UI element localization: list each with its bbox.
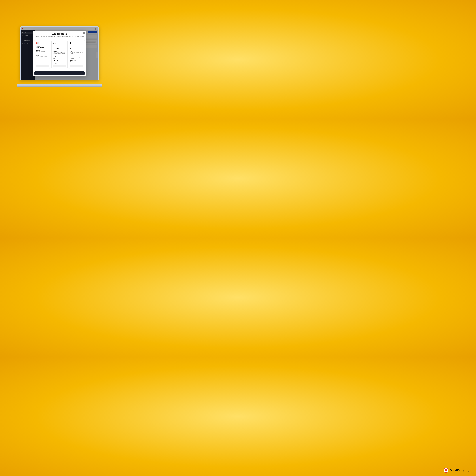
phase-1-timing-text: 6-12+ months before your election.	[36, 56, 49, 57]
phase-3-audience-heading: Audience Size	[70, 60, 83, 61]
phase-1-objective-heading: Objective	[36, 50, 49, 51]
laptop-screen-inner: empowering independents to run and serve…	[21, 27, 98, 80]
phase-2-timing-heading: Timing	[53, 55, 66, 56]
laptop-feet	[17, 85, 102, 87]
phase-3-timing-heading: Timing	[70, 55, 83, 56]
phase-2-title: Contact	[53, 48, 66, 50]
phase-2-objective-text: Target voters who are likely to be swaye…	[53, 52, 66, 54]
modal-subtitle: GoodParty.org breaks down political camp…	[35, 36, 84, 39]
phase-2-timing-text: < 6 months - 6 weeks before your electio…	[53, 57, 66, 59]
phase-3-title: Vote	[70, 48, 83, 49]
phase-3-label: PHASE 3	[70, 47, 83, 48]
phase-3-learn-more-button[interactable]: Learn More	[70, 65, 83, 67]
modal-title: About Phases	[35, 33, 84, 35]
phase-1-icon: 📢	[36, 42, 49, 45]
phase-3-timing-text: The last 4-6 weeks leading up to your el…	[70, 56, 83, 59]
phase-3-objective-text: Increase voter turnout among your suppor…	[70, 52, 83, 54]
laptop-screen-outer: empowering independents to run and serve…	[20, 26, 99, 80]
modal-body: 📢 PHASE 1 Awareness Objective Identify v…	[33, 39, 86, 70]
modal-close-x-button[interactable]: ×	[83, 32, 85, 34]
phase-3-icon	[70, 42, 83, 45]
svg-point-0	[54, 42, 55, 43]
phases-grid: 📢 PHASE 1 Awareness Objective Identify v…	[34, 40, 85, 69]
about-phases-modal: About Phases × GoodParty.org breaks down…	[33, 31, 86, 76]
modal-header: About Phases × GoodParty.org breaks down…	[33, 31, 86, 39]
phase-1-card: 📢 PHASE 1 Awareness Objective Identify v…	[34, 40, 50, 69]
phase-1-objective-text: Identify voter preferences, concerns, an…	[36, 51, 49, 53]
phase-2-audience-text: Mid-sized, segmented slightly but not ve…	[53, 61, 66, 64]
phase-1-learn-more-button[interactable]: Learn More	[36, 65, 49, 67]
phase-1-title: Awareness	[36, 47, 49, 49]
phase-2-icon	[53, 42, 66, 45]
phase-1-audience-text: Broad, slightly segmented (if at all).	[36, 60, 49, 61]
phase-2-card: PHASE 2 Contact Objective Target voters …	[51, 40, 68, 69]
modal-footer: Close	[33, 70, 86, 76]
laptop-container: empowering independents to run and serve…	[17, 26, 102, 88]
phase-2-audience-heading: Audience Size	[53, 60, 66, 61]
modal-overlay: About Phases × GoodParty.org breaks down…	[21, 27, 98, 80]
phase-3-card: PHASE 3 Vote Objective Increase voter tu…	[69, 40, 85, 69]
phase-2-objective-heading: Objective	[53, 51, 66, 52]
phase-2-learn-more-button[interactable]: Learn More	[53, 65, 66, 67]
phase-2-label: PHASE 2	[53, 47, 66, 48]
phase-3-objective-heading: Objective	[70, 51, 83, 52]
phase-1-audience-heading: Audience Size	[36, 58, 49, 59]
phase-1-timing-heading: Timing	[36, 55, 49, 56]
phase-1-label: PHASE 1	[36, 46, 49, 47]
modal-close-button[interactable]: Close	[34, 71, 85, 75]
phase-3-audience-text: Small, highly refined and discrete based…	[70, 61, 83, 64]
